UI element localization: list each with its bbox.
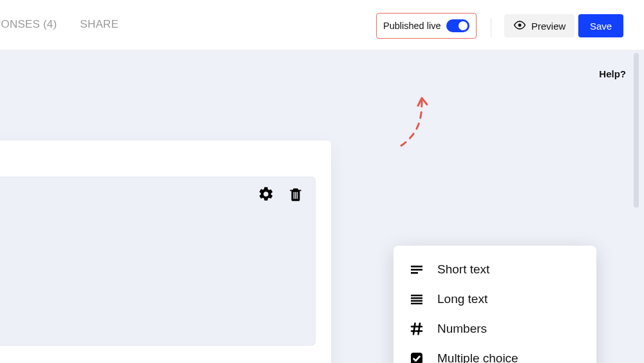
trash-icon[interactable] [287, 185, 305, 203]
save-button-label: Save [590, 21, 612, 32]
topbar-divider [491, 18, 491, 37]
gear-icon[interactable] [257, 185, 275, 203]
field-type-numbers[interactable]: Numbers [393, 314, 596, 344]
save-button[interactable]: Save [578, 14, 623, 37]
svg-rect-6 [411, 300, 422, 301]
tab-list: PONSES (4) SHARE [0, 18, 118, 31]
field-type-short-text[interactable]: Short text [393, 255, 596, 284]
preview-button[interactable]: Preview [504, 14, 574, 37]
top-bar: PONSES (4) SHARE Published live Preview … [0, 0, 644, 50]
svg-line-11 [419, 324, 421, 335]
field-type-label: Long text [437, 292, 488, 306]
field-type-label: Short text [437, 262, 489, 277]
scrollbar-thumb[interactable] [634, 53, 639, 208]
numbers-icon [409, 321, 424, 337]
svg-rect-5 [411, 297, 422, 299]
svg-rect-2 [411, 269, 422, 271]
field-type-label: Multiple choice [437, 351, 518, 363]
field-type-long-text[interactable]: Long text [393, 284, 596, 314]
svg-line-10 [413, 324, 415, 335]
tab-share[interactable]: SHARE [80, 18, 118, 31]
svg-rect-7 [411, 303, 422, 304]
question-block[interactable] [0, 177, 316, 346]
preview-button-label: Preview [531, 21, 565, 32]
publish-toggle[interactable] [446, 19, 469, 32]
question-actions [257, 185, 305, 203]
tab-responses[interactable]: PONSES (4) [0, 18, 57, 31]
publish-label: Published live [383, 21, 440, 31]
field-type-popup: Short text Long text Numbers Multiple ch… [393, 246, 596, 363]
svg-rect-12 [411, 353, 422, 363]
long-text-icon [409, 291, 424, 307]
svg-rect-4 [411, 295, 422, 296]
svg-rect-1 [411, 266, 422, 268]
short-text-icon [409, 262, 424, 277]
eye-icon [513, 19, 526, 34]
svg-point-0 [518, 23, 522, 26]
field-type-multiple-choice[interactable]: Multiple choice [393, 344, 596, 363]
annotation-arrow [396, 94, 435, 152]
help-link[interactable]: Help? [599, 68, 626, 79]
multiple-choice-icon [409, 351, 424, 363]
svg-rect-3 [411, 272, 418, 274]
editor-canvas: Help? [0, 50, 644, 363]
field-type-label: Numbers [437, 322, 487, 336]
publish-toggle-group: Published live [376, 13, 477, 39]
